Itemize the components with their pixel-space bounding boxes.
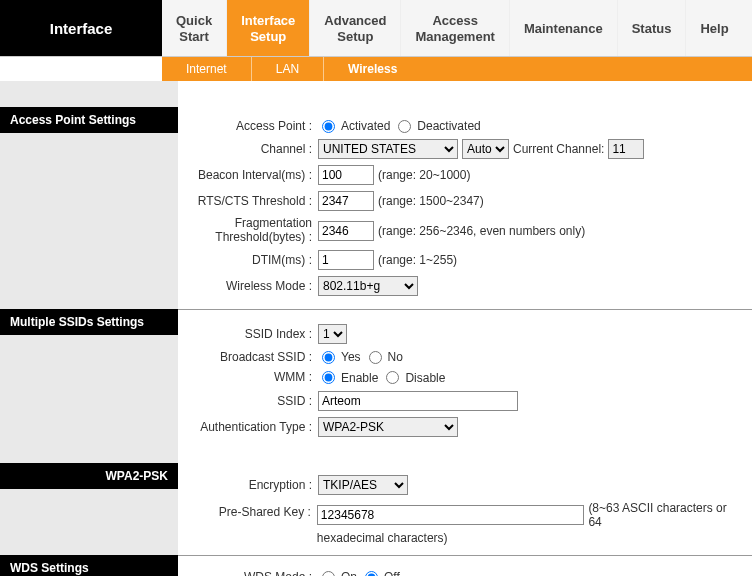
wds-on-label: On xyxy=(341,570,357,576)
auth-label: Authentication Type : xyxy=(188,420,318,434)
psk-hint1: (8~63 ASCII characters or 64 xyxy=(588,501,742,529)
wmm-label: WMM : xyxy=(188,370,318,384)
ssid-index-label: SSID Index : xyxy=(188,327,318,341)
subtab-wireless[interactable]: Wireless xyxy=(324,57,421,81)
tab-interface-setup[interactable]: Interface Setup xyxy=(227,0,310,56)
wds-off-label: Off xyxy=(384,570,400,576)
broadcast-no-label: No xyxy=(388,350,403,364)
wds-mode-label: WDS Mode : xyxy=(188,570,318,576)
ssid-input[interactable] xyxy=(318,391,518,411)
wmode-select[interactable]: 802.11b+g xyxy=(318,276,418,296)
ap-activated-label: Activated xyxy=(341,119,390,133)
current-channel-label: Current Channel: xyxy=(513,142,604,156)
frag-input[interactable] xyxy=(318,221,374,241)
tab-quick-start[interactable]: Quick Start xyxy=(162,0,227,56)
broadcast-yes-radio[interactable] xyxy=(322,351,335,364)
broadcast-no-radio[interactable] xyxy=(369,351,382,364)
broadcast-label: Broadcast SSID : xyxy=(188,350,318,364)
dtim-hint: (range: 1~255) xyxy=(378,253,457,267)
ap-label: Access Point : xyxy=(188,119,318,133)
brand-title: Interface xyxy=(0,0,162,56)
frag-label: Fragmentation Threshold(bytes) : xyxy=(188,217,318,243)
wmm-enable-radio[interactable] xyxy=(322,371,335,384)
wmm-enable-label: Enable xyxy=(341,371,378,385)
wds-on-radio[interactable] xyxy=(322,571,335,576)
dtim-label: DTIM(ms) : xyxy=(188,253,318,267)
tab-maintenance[interactable]: Maintenance xyxy=(510,0,618,56)
tab-status[interactable]: Status xyxy=(618,0,687,56)
broadcast-yes-label: Yes xyxy=(341,350,361,364)
enc-label: Encryption : xyxy=(188,478,318,492)
dtim-input[interactable] xyxy=(318,250,374,270)
wmm-disable-radio[interactable] xyxy=(386,371,399,384)
ssid-label: SSID : xyxy=(188,394,318,408)
subtab-lan[interactable]: LAN xyxy=(252,57,324,81)
top-bar: Interface Quick Start Interface Setup Ad… xyxy=(0,0,752,57)
section-wpa2psk: WPA2-PSK xyxy=(0,463,178,489)
current-channel-value xyxy=(608,139,644,159)
tab-help[interactable]: Help xyxy=(686,0,742,56)
tab-access-management[interactable]: Access Management xyxy=(401,0,509,56)
beacon-hint: (range: 20~1000) xyxy=(378,168,470,182)
rts-label: RTS/CTS Threshold : xyxy=(188,194,318,208)
beacon-input[interactable] xyxy=(318,165,374,185)
channel-auto-select[interactable]: Auto xyxy=(462,139,509,159)
ap-deactivated-radio[interactable] xyxy=(398,120,411,133)
ssid-index-select[interactable]: 1 xyxy=(318,324,347,344)
auth-select[interactable]: WPA2-PSK xyxy=(318,417,458,437)
wds-off-radio[interactable] xyxy=(365,571,378,576)
ap-deactivated-label: Deactivated xyxy=(417,119,480,133)
section-multiple-ssids: Multiple SSIDs Settings xyxy=(0,309,178,335)
rts-hint: (range: 1500~2347) xyxy=(378,194,484,208)
wmode-label: Wireless Mode : xyxy=(188,279,318,293)
subtab-internet[interactable]: Internet xyxy=(162,57,252,81)
frag-hint: (range: 256~2346, even numbers only) xyxy=(378,224,585,238)
rts-input[interactable] xyxy=(318,191,374,211)
beacon-label: Beacon Interval(ms) : xyxy=(188,168,318,182)
country-select[interactable]: UNITED STATES xyxy=(318,139,458,159)
psk-label: Pre-Shared Key : xyxy=(188,501,317,519)
tab-advanced-setup[interactable]: Advanced Setup xyxy=(310,0,401,56)
main-tabs: Quick Start Interface Setup Advanced Set… xyxy=(162,0,752,56)
section-wds: WDS Settings xyxy=(0,555,178,576)
enc-select[interactable]: TKIP/AES xyxy=(318,475,408,495)
psk-input[interactable] xyxy=(317,505,585,525)
sub-tabs: Internet LAN Wireless xyxy=(162,57,752,81)
psk-hint2: hexadecimal characters) xyxy=(317,531,448,545)
channel-label: Channel : xyxy=(188,142,318,156)
ap-activated-radio[interactable] xyxy=(322,120,335,133)
section-access-point: Access Point Settings xyxy=(0,107,178,133)
wmm-disable-label: Disable xyxy=(405,371,445,385)
